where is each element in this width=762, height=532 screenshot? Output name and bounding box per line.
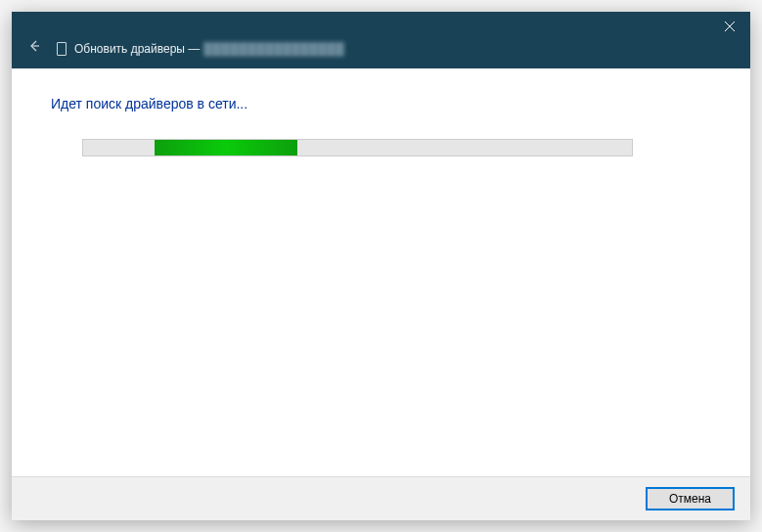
dialog-footer: Отмена <box>12 476 750 520</box>
dialog-content: Идет поиск драйверов в сети... <box>12 68 750 476</box>
progress-indicator <box>155 140 297 155</box>
progress-bar <box>82 139 633 156</box>
driver-update-dialog: Обновить драйверы — ████████████████ Иде… <box>12 12 750 520</box>
status-heading: Идет поиск драйверов в сети... <box>51 96 711 111</box>
window-title-device: ████████████████ <box>203 42 344 56</box>
window-title-prefix: Обновить драйверы — <box>74 42 200 56</box>
device-icon <box>57 42 67 56</box>
arrow-left-icon <box>27 39 41 53</box>
cancel-button[interactable]: Отмена <box>646 487 735 510</box>
titlebar: Обновить драйверы — ████████████████ <box>12 12 750 68</box>
back-button[interactable] <box>20 35 49 61</box>
close-icon <box>725 22 735 31</box>
close-button[interactable] <box>709 12 750 41</box>
